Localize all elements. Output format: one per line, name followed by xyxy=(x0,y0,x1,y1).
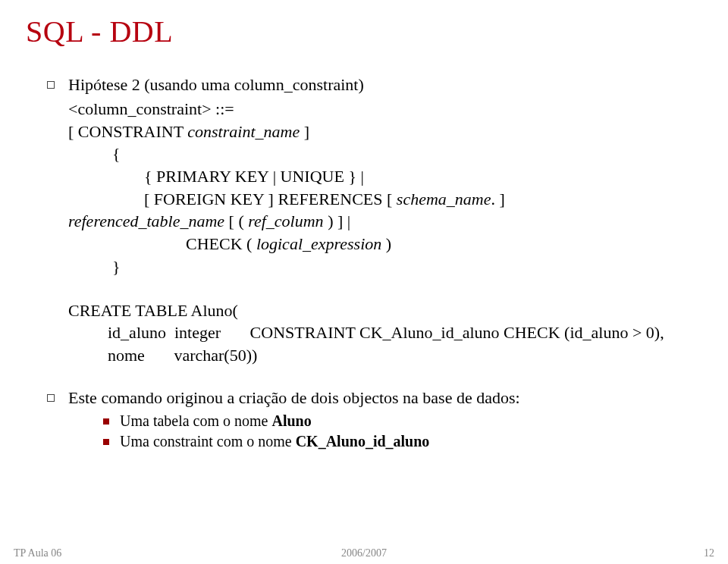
bullet-text: Hipótese 2 (usando uma column_constraint… xyxy=(68,75,364,95)
slide: SQL - DDL Hipótese 2 (usando uma column_… xyxy=(0,0,728,564)
syntax-line: <column_constraint> ::= xyxy=(68,98,702,121)
sub-bullet-constraint: Uma constraint com o nome CK_Aluno_id_al… xyxy=(103,431,702,452)
bullet-hypothesis: Hipótese 2 (usando uma column_constraint… xyxy=(47,75,702,95)
syntax-line: { PRIMARY KEY | UNIQUE } | xyxy=(68,165,702,188)
footer: TP Aula 06 2006/2007 12 xyxy=(0,547,728,559)
code-block: CREATE TABLE Aluno( id_aluno integer CON… xyxy=(68,299,702,367)
syntax-line: referenced_table_name [ ( ref_column ) ]… xyxy=(68,210,702,233)
sub-bullet-text: Uma constraint com o nome CK_Aluno_id_al… xyxy=(120,431,429,452)
sub-bullet-table: Uma tabela com o nome Aluno xyxy=(103,411,702,431)
page-title: SQL - DDL xyxy=(26,14,702,49)
syntax-line: [ CONSTRAINT constraint_name ] xyxy=(68,121,702,143)
syntax-line: CHECK ( logical_expression ) xyxy=(68,233,702,255)
bullet-icon xyxy=(47,81,55,89)
syntax-line: [ FOREIGN KEY ] REFERENCES [ schema_name… xyxy=(68,188,702,211)
sub-bullet-icon xyxy=(103,439,109,445)
syntax-line: { xyxy=(68,143,702,165)
sub-bullet-text: Uma tabela com o nome Aluno xyxy=(120,411,312,431)
code-line: id_aluno integer CONSTRAINT CK_Aluno_id_… xyxy=(68,321,702,344)
footer-page-number: 12 xyxy=(704,547,714,559)
sub-bullet-icon xyxy=(103,418,109,425)
syntax-line: } xyxy=(68,255,702,278)
bullet-result: Este comando originou a criação de dois … xyxy=(47,388,702,408)
footer-left: TP Aula 06 xyxy=(14,547,61,559)
code-line: nome varchar(50)) xyxy=(68,344,702,367)
bullet-text: Este comando originou a criação de dois … xyxy=(68,388,520,408)
syntax-block: <column_constraint> ::= [ CONSTRAINT con… xyxy=(68,98,702,278)
bullet-icon xyxy=(47,394,55,402)
code-line: CREATE TABLE Aluno( xyxy=(68,299,702,322)
footer-center: 2006/2007 xyxy=(0,547,728,559)
